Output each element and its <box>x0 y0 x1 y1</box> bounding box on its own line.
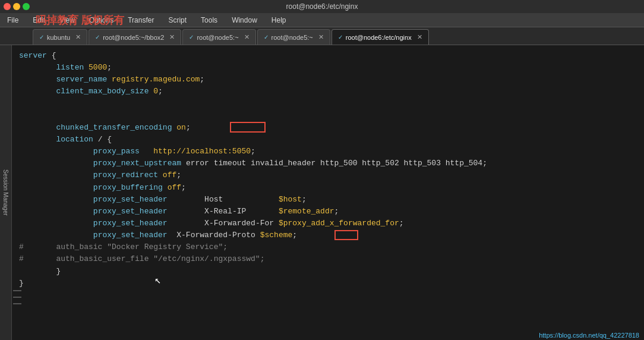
line-3: server_name registry.magedu.com; <box>19 74 637 86</box>
tab-check-icon: ✓ <box>338 34 343 40</box>
line-12: proxy_buffering off; <box>19 182 637 194</box>
minimize-button[interactable] <box>13 3 20 10</box>
line-13: proxy_set_header Host $host; <box>19 194 637 206</box>
line-14: proxy_set_header X-Real-IP $remote_addr; <box>19 206 637 218</box>
menu-script[interactable]: Script <box>166 15 189 26</box>
status-bar: https://blog.csdn.net/qq_42227818 <box>534 330 644 340</box>
tab-close-icon[interactable]: ✕ <box>417 33 422 41</box>
menu-tools[interactable]: Tools <box>198 15 220 26</box>
line-8: location / { <box>19 134 637 146</box>
menu-transfer[interactable]: Transfer <box>125 15 156 26</box>
status-url: https://blog.csdn.net/qq_42227818 <box>539 332 639 339</box>
line-16: proxy_set_header X-Forwarded-Proto $sche… <box>19 229 637 241</box>
tab-close-icon[interactable]: ✕ <box>244 33 250 41</box>
main-area: Session Manager server { listen 5000; se… <box>0 45 644 340</box>
tab-label: root@node6:/etc/nginx <box>346 34 412 41</box>
tab-node5-home1[interactable]: ✓ root@node5:~ ✕ <box>182 29 255 45</box>
terminal[interactable]: server { listen 5000; server_name regist… <box>12 45 644 340</box>
tab-node5-bbox2[interactable]: ✓ root@node5:~/bbox2 ✕ <box>89 29 181 45</box>
tab-label: kubuntu <box>47 34 70 41</box>
tab-node5-home2[interactable]: ✓ root@node5:~ ✕ <box>257 29 330 45</box>
scroll-line-1 <box>13 290 21 291</box>
line-2: listen 5000; <box>19 62 637 74</box>
tab-check-icon: ✓ <box>39 34 44 40</box>
close-button[interactable] <box>4 3 11 10</box>
line-15: proxy_set_header X-Forwarded-For $proxy_… <box>19 218 637 229</box>
title-bar: root@node6:/etc/nginx <box>0 0 644 13</box>
tab-bar: ✓ kubuntu ✕ ✓ root@node5:~/bbox2 ✕ ✓ roo… <box>0 27 644 45</box>
line-6: chunked_transfer_encoding on; <box>19 122 637 134</box>
tab-check-icon: ✓ <box>95 34 100 40</box>
window-title: root@node6:/etc/nginx <box>286 2 358 11</box>
line-1: server { <box>19 50 637 62</box>
window-controls <box>4 3 30 10</box>
tab-check-icon: ✓ <box>189 34 194 40</box>
tab-kubuntu[interactable]: ✓ kubuntu ✕ <box>33 29 87 45</box>
line-18: # auth_basic "Docker Registry Service"; <box>19 241 637 253</box>
line-19: # auth_basic_user_file "/etc/nginx/.ngxp… <box>19 253 637 265</box>
session-manager-label: Session Manager <box>2 169 9 216</box>
menu-help[interactable]: Help <box>269 15 289 26</box>
tab-close-icon[interactable]: ✕ <box>75 33 81 41</box>
line-5: client_max_body_size 0; <box>19 86 637 121</box>
scroll-line-3 <box>13 303 21 304</box>
line-20: } <box>19 266 637 278</box>
line-9: proxy_pass http://localhost:5050; <box>19 146 637 158</box>
line-10: proxy_next_upstream error timeout invali… <box>19 158 637 169</box>
tab-node6-nginx[interactable]: ✓ root@node6:/etc/nginx ✕ <box>332 29 429 45</box>
line-11: proxy_redirect off; <box>19 169 637 181</box>
tab-label: root@node5:~/bbox2 <box>103 34 164 41</box>
menu-file[interactable]: File <box>5 15 21 26</box>
scroll-indicators <box>13 290 21 304</box>
tab-check-icon: ✓ <box>264 34 269 40</box>
tab-label: root@node5:~ <box>197 34 238 41</box>
tab-label: root@node5:~ <box>272 34 313 41</box>
session-manager-sidebar[interactable]: Session Manager <box>0 45 12 340</box>
watermark: 吗掉教育 版权所有 <box>36 13 124 27</box>
maximize-button[interactable] <box>23 3 30 10</box>
tab-close-icon[interactable]: ✕ <box>318 33 324 41</box>
menu-window[interactable]: Window <box>229 15 260 26</box>
line-21: } <box>19 278 637 289</box>
scroll-line-2 <box>13 297 21 298</box>
tab-close-icon[interactable]: ✕ <box>169 33 175 41</box>
